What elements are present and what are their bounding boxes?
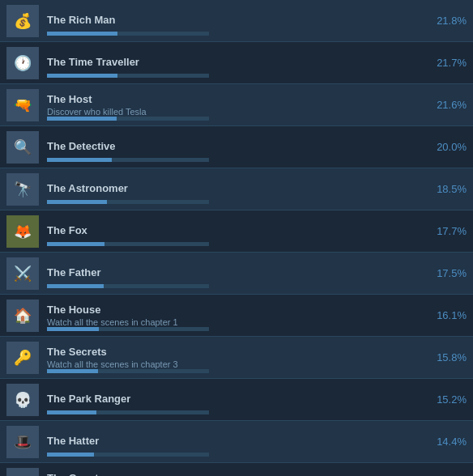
achievement-percent-hatter: 14.4% — [430, 436, 467, 448]
achievement-bar-house — [47, 327, 99, 331]
achievement-bar-time-traveller — [47, 74, 117, 78]
achievement-icon-secrets: 🔑 — [6, 342, 39, 374]
achievement-icon-detective: 🔍 — [6, 131, 39, 164]
achievement-name-astronomer: The Astronomer — [47, 182, 430, 194]
achievement-icon-astronomer: 🔭 — [6, 173, 39, 206]
achievement-info-house: The House Watch all the scenes in chapte… — [47, 304, 430, 327]
achievement-name-hatter: The Hatter — [47, 435, 430, 447]
achievement-desc-host: Discover who killed Tesla — [47, 107, 430, 117]
achievement-bar-container-astronomer — [47, 200, 209, 204]
achievement-bar-container-house — [47, 327, 209, 331]
achievement-info-detective: The Detective — [47, 140, 430, 154]
house-icon: 🏠 — [14, 307, 32, 325]
achievement-item-detective[interactable]: 🔍 The Detective 20.0% — [0, 126, 473, 168]
astronomer-icon: 🔭 — [14, 181, 32, 198]
achievement-icon-house: 🏠 — [6, 300, 39, 332]
achievement-percent-host: 21.6% — [430, 99, 467, 111]
achievement-info-rich-man: The Rich Man — [47, 14, 430, 28]
achievement-info-guests: The Guests Watch all the scenes in chapt… — [47, 472, 430, 476]
achievement-info-host: The Host Discover who killed Tesla — [47, 93, 430, 117]
achievement-item-astronomer[interactable]: 🔭 The Astronomer 18.5% — [0, 168, 473, 210]
achievement-item-secrets[interactable]: 🔑 The Secrets Watch all the scenes in ch… — [0, 337, 473, 379]
achievement-bar-park-ranger — [47, 410, 96, 414]
achievement-bar-container-fox — [47, 242, 209, 246]
achievement-icon-host: 🔫 — [6, 89, 39, 121]
achievement-info-astronomer: The Astronomer — [47, 182, 430, 196]
rich-man-icon: 💰 — [14, 12, 32, 30]
hatter-icon: 🎩 — [14, 433, 32, 451]
achievement-icon-guests: 👥 — [6, 468, 39, 477]
achievement-percent-secrets: 15.8% — [430, 351, 467, 363]
achievement-icon-father: ⚔️ — [6, 257, 39, 290]
park-ranger-icon: 💀 — [14, 391, 32, 409]
achievement-item-rich-man[interactable]: 💰 The Rich Man 21.8% — [0, 0, 473, 42]
achievement-name-fox: The Fox — [47, 224, 430, 236]
achievement-info-park-ranger: The Park Ranger — [47, 393, 430, 406]
achievement-icon-hatter: 🎩 — [6, 426, 39, 458]
achievement-name-rich-man: The Rich Man — [47, 14, 430, 26]
achievement-item-guests[interactable]: 👥 The Guests Watch all the scenes in cha… — [0, 463, 473, 476]
achievement-icon-rich-man: 💰 — [6, 5, 39, 37]
achievement-percent-park-ranger: 15.2% — [430, 393, 467, 406]
achievement-item-father[interactable]: ⚔️ The Father 17.5% — [0, 253, 473, 295]
detective-icon: 🔍 — [14, 138, 32, 156]
achievement-name-secrets: The Secrets — [47, 346, 430, 358]
achievement-desc-house: Watch all the scenes in chapter 1 — [47, 317, 430, 327]
achievement-name-guests: The Guests — [47, 472, 430, 476]
time-traveller-icon: 🕐 — [14, 54, 32, 72]
achievement-percent-fox: 17.7% — [430, 225, 467, 237]
achievement-percent-astronomer: 18.5% — [430, 183, 467, 195]
achievement-name-host: The Host — [47, 93, 430, 105]
achievement-bar-father — [47, 284, 104, 288]
achievement-percent-father: 17.5% — [430, 267, 467, 279]
achievement-bar-fox — [47, 242, 104, 246]
achievement-bar-container-host — [47, 117, 209, 121]
achievement-name-house: The House — [47, 304, 430, 316]
achievement-name-park-ranger: The Park Ranger — [47, 393, 430, 405]
achievement-bar-container-time-traveller — [47, 74, 209, 78]
achievement-bar-host — [47, 117, 117, 121]
achievement-bar-hatter — [47, 453, 94, 457]
achievement-icon-time-traveller: 🕐 — [6, 47, 39, 79]
achievement-info-fox: The Fox — [47, 224, 430, 238]
achievement-bar-container-secrets — [47, 369, 209, 373]
achievement-name-time-traveller: The Time Traveller — [47, 56, 430, 68]
host-icon: 🔫 — [14, 96, 32, 114]
achievement-item-time-traveller[interactable]: 🕐 The Time Traveller 21.7% — [0, 42, 473, 84]
achievement-bar-astronomer — [47, 200, 107, 204]
achievement-item-host[interactable]: 🔫 The Host Discover who killed Tesla 21.… — [0, 84, 473, 126]
fox-icon: 🦊 — [14, 223, 32, 240]
achievement-bar-container-hatter — [47, 453, 209, 457]
achievement-icon-fox: 🦊 — [6, 215, 39, 248]
achievement-percent-detective: 20.0% — [430, 141, 467, 153]
achievement-percent-rich-man: 21.8% — [430, 15, 467, 27]
achievement-item-hatter[interactable]: 🎩 The Hatter 14.4% — [0, 421, 473, 463]
achievement-percent-time-traveller: 21.7% — [430, 57, 467, 69]
achievement-info-father: The Father — [47, 266, 430, 280]
father-icon: ⚔️ — [14, 265, 32, 283]
achievement-item-fox[interactable]: 🦊 The Fox 17.7% — [0, 210, 473, 253]
achievement-icon-park-ranger: 💀 — [6, 384, 39, 416]
achievement-desc-secrets: Watch all the scenes in chapter 3 — [47, 359, 430, 369]
achievement-percent-house: 16.1% — [430, 309, 467, 321]
achievement-bar-container-rich-man — [47, 32, 209, 36]
achievement-bar-container-park-ranger — [47, 410, 209, 414]
achievement-bar-detective — [47, 158, 112, 162]
achievement-item-house[interactable]: 🏠 The House Watch all the scenes in chap… — [0, 295, 473, 337]
achievement-item-park-ranger[interactable]: 💀 The Park Ranger 15.2% — [0, 379, 473, 421]
achievement-name-detective: The Detective — [47, 140, 430, 152]
achievement-bar-secrets — [47, 369, 98, 373]
secrets-icon: 🔑 — [14, 349, 32, 367]
achievement-bar-rich-man — [47, 32, 117, 36]
achievement-bar-container-father — [47, 284, 209, 288]
achievement-list: 💰 The Rich Man 21.8% 🕐 The Time Travelle… — [0, 0, 473, 476]
achievement-bar-container-detective — [47, 158, 209, 162]
achievement-info-secrets: The Secrets Watch all the scenes in chap… — [47, 346, 430, 369]
achievement-name-father: The Father — [47, 266, 430, 278]
achievement-info-hatter: The Hatter — [47, 435, 430, 448]
achievement-info-time-traveller: The Time Traveller — [47, 56, 430, 70]
